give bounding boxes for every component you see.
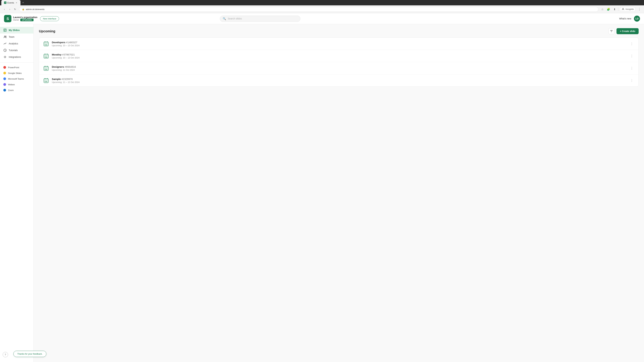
event-id: #2329970	[62, 78, 73, 80]
svg-rect-19	[45, 66, 45, 67]
search-bar[interactable]: 🔍 Search slidos	[220, 15, 300, 22]
event-calendar-icon: CAL	[43, 41, 49, 47]
tab-bar: S Events ✕ +	[0, 0, 644, 5]
event-calendar-icon: CAL	[43, 53, 49, 59]
upgrade-button[interactable]: UPGRADE	[20, 18, 34, 21]
new-tab-button[interactable]: +	[21, 1, 25, 5]
event-more-button[interactable]: ⋮	[629, 41, 634, 46]
event-date: Upcoming: 10 – 13 Oct 2024	[52, 44, 629, 47]
sidebar-item-zoom[interactable]: Zoom	[0, 87, 33, 93]
whats-new-link[interactable]: What's new	[619, 17, 631, 20]
event-info: Moodoy #37867021 Upcoming: 10 – 13 Oct 2…	[52, 53, 629, 59]
logo-area: S Lauren's organization Owner UPGRADE	[4, 15, 38, 22]
svg-text:CAL: CAL	[44, 56, 48, 58]
google-slides-icon	[3, 72, 6, 74]
svg-rect-20	[47, 66, 48, 67]
address-actions: ☆ 🧩 ⬇ Incognito ⋮	[600, 7, 642, 12]
header-actions: + Create slido	[608, 28, 639, 34]
content-area: Upcoming + Create slido	[34, 24, 644, 362]
bookmark-button[interactable]: ☆	[600, 7, 605, 11]
svg-text:S: S	[6, 16, 9, 21]
org-name: Lauren's organization	[13, 16, 38, 18]
sidebar-item-powerpoint[interactable]: PowerPoint	[0, 64, 33, 70]
event-info: Sample #2329970 Upcoming: 11 – 12 Oct 20…	[52, 78, 629, 83]
create-slido-button[interactable]: + Create slido	[616, 28, 639, 34]
event-name: Designers #8664816	[52, 65, 629, 68]
download-button[interactable]: ⬇	[612, 7, 617, 11]
sidebar-label-analytics: Analytics	[9, 42, 18, 45]
event-name-text: Developers	[52, 41, 66, 44]
nav-buttons: ‹ › ↻	[2, 7, 18, 11]
feedback-message: Thanks for your feedback.	[17, 353, 42, 355]
event-id: #1480327	[66, 41, 77, 44]
svg-rect-9	[45, 41, 45, 42]
filter-button[interactable]	[608, 28, 614, 34]
app: S Lauren's organization Owner UPGRADE Ne…	[0, 13, 644, 362]
sidebar-label-tutorials: Tutorials	[9, 49, 18, 52]
sidebar-item-tutorials[interactable]: Tutorials	[0, 47, 33, 54]
sidebar-item-team[interactable]: Team	[0, 33, 33, 40]
forward-button[interactable]: ›	[8, 7, 12, 11]
url-text: admin.sli.do/events	[26, 8, 44, 10]
sidebar-item-google-slides[interactable]: Google Slides	[0, 70, 33, 76]
sidebar: My Slidos Team	[0, 24, 34, 362]
tab-favicon: S	[4, 1, 6, 4]
sidebar-item-analytics[interactable]: Analytics	[0, 40, 33, 47]
svg-rect-10	[47, 41, 48, 42]
active-tab[interactable]: S Events ✕	[1, 0, 20, 5]
event-name: Moodoy #37867021	[52, 53, 629, 56]
svg-rect-21	[44, 67, 48, 68]
event-info: Designers #8664816 Upcoming: 11 Oct 2024	[52, 65, 629, 71]
svg-rect-16	[44, 55, 48, 56]
sidebar-label-zoom: Zoom	[8, 89, 14, 91]
section-title: Upcoming	[39, 29, 55, 33]
event-more-button[interactable]: ⋮	[629, 78, 634, 83]
analytics-icon	[3, 42, 7, 45]
sidebar-item-my-slidos[interactable]: My Slidos	[0, 27, 33, 33]
svg-rect-26	[44, 80, 48, 80]
event-date: Upcoming: 11 Oct 2024	[52, 69, 629, 71]
back-button[interactable]: ‹	[2, 7, 7, 11]
event-calendar-icon: CAL	[43, 77, 49, 83]
webex-icon	[3, 83, 6, 86]
browser-menu-button[interactable]: ⋮	[637, 7, 642, 12]
sidebar-label-integrations: Integrations	[9, 56, 21, 58]
event-more-button[interactable]: ⋮	[629, 53, 634, 59]
event-item[interactable]: CAL Moodoy #37867021 Upcoming: 10 – 13 O…	[39, 50, 638, 62]
event-name: Developers #1480327	[52, 41, 629, 44]
sidebar-label-team: Team	[9, 35, 14, 38]
sidebar-item-webex[interactable]: Webex	[0, 82, 33, 87]
powerpoint-icon	[3, 66, 6, 69]
sidebar-item-integrations[interactable]: Integrations	[0, 54, 33, 60]
org-role-row: Owner UPGRADE	[13, 18, 38, 21]
tab-title: Events	[8, 1, 14, 4]
event-more-button[interactable]: ⋮	[629, 65, 634, 71]
main-content: My Slidos Team	[0, 24, 644, 362]
svg-point-4	[4, 36, 5, 37]
tab-close-button[interactable]: ✕	[15, 1, 18, 4]
help-button[interactable]: ?	[3, 352, 8, 357]
svg-rect-25	[47, 78, 48, 79]
svg-rect-11	[44, 43, 48, 43]
url-bar[interactable]: 🔒 admin.sli.do/events	[19, 7, 598, 12]
sidebar-item-microsoft-teams[interactable]: Microsoft Teams	[0, 76, 33, 82]
event-item[interactable]: CAL Sample #2329970 Upcoming: 11 – 12 Oc…	[39, 74, 638, 86]
new-interface-button[interactable]: New interface	[40, 16, 59, 21]
my-slidos-icon	[3, 28, 7, 32]
org-role: Owner	[13, 19, 19, 21]
search-icon: 🔍	[223, 17, 226, 20]
event-item[interactable]: CAL Designers #8664816 Upcoming: 11 Oct …	[39, 62, 638, 74]
event-item[interactable]: CAL Developers #1480327 Upcoming: 10 – 1…	[39, 38, 638, 50]
header-right: What's new LD	[619, 15, 640, 22]
reload-button[interactable]: ↻	[13, 7, 18, 11]
event-date: Upcoming: 10 – 13 Oct 2024	[52, 56, 629, 59]
avatar[interactable]: LD	[634, 15, 640, 22]
event-name-text: Moodoy	[52, 53, 62, 56]
microsoft-teams-icon	[3, 77, 6, 80]
incognito-icon	[622, 8, 624, 11]
extensions-button[interactable]: 🧩	[606, 7, 611, 11]
incognito-badge[interactable]: Incognito	[620, 7, 636, 11]
content-header: Upcoming + Create slido	[39, 28, 639, 34]
team-icon	[3, 35, 7, 38]
svg-rect-14	[45, 54, 45, 55]
